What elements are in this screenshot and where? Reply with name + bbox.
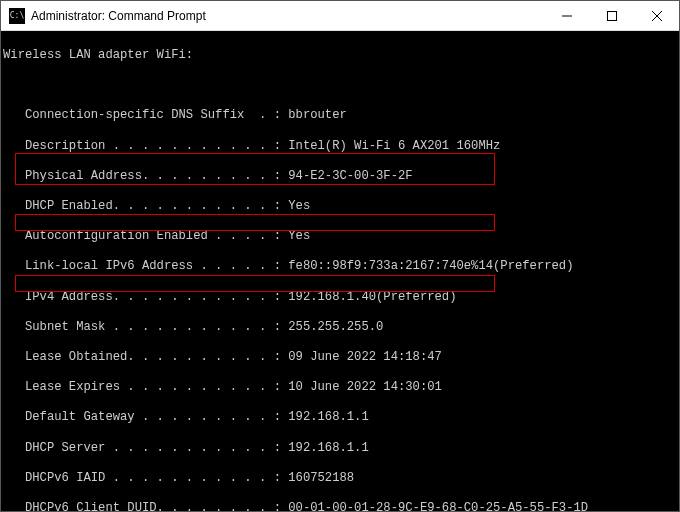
row-linklocal-ipv6: Link-local IPv6 Address . . . . . : fe80… xyxy=(3,259,679,274)
window-title: Administrator: Command Prompt xyxy=(31,9,544,23)
row-autoconfig: Autoconfiguration Enabled . . . . : Yes xyxy=(3,229,679,244)
svg-rect-1 xyxy=(607,11,616,20)
row-lease-obtained: Lease Obtained. . . . . . . . . . : 09 J… xyxy=(3,350,679,365)
adapter-header: Wireless LAN adapter WiFi: xyxy=(3,48,679,63)
terminal-output[interactable]: Wireless LAN adapter WiFi: Connection-sp… xyxy=(1,31,679,511)
row-default-gateway: Default Gateway . . . . . . . . . : 192.… xyxy=(3,410,679,425)
minimize-button[interactable] xyxy=(544,1,589,30)
cmd-icon: C:\ xyxy=(9,8,25,24)
row-subnet-mask: Subnet Mask . . . . . . . . . . . : 255.… xyxy=(3,320,679,335)
maximize-button[interactable] xyxy=(589,1,634,30)
command-prompt-window: C:\ Administrator: Command Prompt Wirele… xyxy=(0,0,680,512)
row-dhcpv6-iaid: DHCPv6 IAID . . . . . . . . . . . : 1607… xyxy=(3,471,679,486)
row-ipv4-address: IPv4 Address. . . . . . . . . . . : 192.… xyxy=(3,290,679,305)
row-dns-suffix: Connection-specific DNS Suffix . : bbrou… xyxy=(3,108,679,123)
row-physical-address: Physical Address. . . . . . . . . : 94-E… xyxy=(3,169,679,184)
titlebar[interactable]: C:\ Administrator: Command Prompt xyxy=(1,1,679,31)
row-dhcpv6-duid: DHCPv6 Client DUID. . . . . . . . : 00-0… xyxy=(3,501,679,511)
row-lease-expires: Lease Expires . . . . . . . . . . : 10 J… xyxy=(3,380,679,395)
window-controls xyxy=(544,1,679,30)
row-dhcp-server: DHCP Server . . . . . . . . . . . : 192.… xyxy=(3,441,679,456)
row-dhcp-enabled: DHCP Enabled. . . . . . . . . . . : Yes xyxy=(3,199,679,214)
close-button[interactable] xyxy=(634,1,679,30)
row-description: Description . . . . . . . . . . . : Inte… xyxy=(3,139,679,154)
